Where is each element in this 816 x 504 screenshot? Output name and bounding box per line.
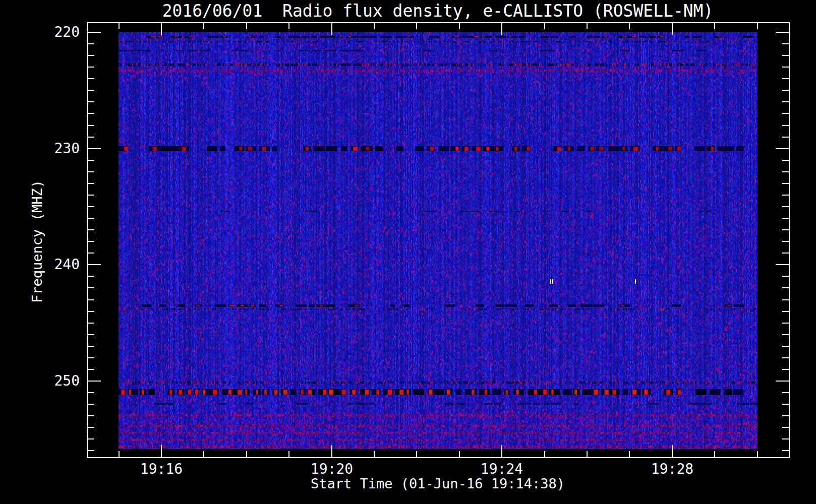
y-minor-tick (88, 369, 94, 370)
y-minor-tick-right (782, 78, 789, 79)
y-minor-tick (88, 67, 94, 68)
y-tick-label: 220 (20, 24, 80, 40)
spectrogram-page: 2016/06/01 Radio flux density, e-CALLIST… (0, 0, 816, 504)
x-major-tick (161, 445, 162, 457)
y-minor-tick (88, 299, 94, 300)
y-minor-tick (88, 43, 94, 44)
x-minor-tick (288, 451, 289, 457)
x-minor-tick (459, 451, 460, 457)
y-minor-tick (88, 276, 94, 277)
y-minor-tick-right (782, 438, 789, 439)
y-major-tick (88, 264, 101, 265)
y-minor-tick (88, 137, 94, 138)
y-minor-tick-right (782, 415, 789, 416)
y-minor-tick-right (782, 137, 789, 138)
y-minor-tick (88, 101, 94, 102)
y-minor-tick-right (782, 43, 789, 44)
y-minor-tick-right (782, 299, 789, 300)
x-minor-tick (246, 451, 247, 457)
y-minor-tick (88, 287, 94, 288)
y-minor-tick-right (782, 334, 789, 335)
y-minor-tick (88, 206, 94, 207)
y-major-tick (88, 32, 101, 33)
y-minor-tick-right (782, 195, 789, 196)
y-minor-tick-right (782, 90, 789, 91)
y-minor-tick (88, 113, 94, 114)
x-tick-label: 19:20 (289, 461, 375, 478)
y-minor-tick-right (782, 67, 789, 68)
x-tick-label: 19:28 (629, 461, 715, 478)
y-minor-tick (88, 125, 94, 126)
y-minor-tick (88, 415, 94, 416)
y-minor-tick (88, 55, 94, 56)
spectrogram-image (119, 32, 757, 449)
x-minor-tick-top (544, 23, 545, 29)
y-minor-tick (88, 160, 94, 161)
y-tick-label: 250 (20, 373, 80, 389)
x-minor-tick (374, 451, 375, 457)
y-minor-tick (88, 357, 94, 358)
x-minor-tick (119, 451, 120, 457)
y-minor-tick (88, 218, 94, 219)
y-minor-tick-right (782, 101, 789, 102)
y-minor-tick-right (782, 276, 789, 277)
x-major-tick-top (161, 23, 162, 35)
y-minor-tick-right (782, 369, 789, 370)
x-minor-tick (629, 451, 630, 457)
x-tick-label: 19:24 (459, 461, 545, 478)
y-minor-tick-right (782, 346, 789, 347)
x-major-tick (672, 445, 673, 457)
x-minor-tick (757, 451, 758, 457)
x-tick-label: 19:16 (119, 461, 204, 478)
y-major-tick (88, 148, 101, 149)
y-minor-tick (88, 346, 94, 347)
y-minor-tick-right (782, 427, 789, 428)
x-minor-tick-top (587, 23, 588, 29)
y-minor-tick (88, 183, 94, 184)
y-minor-tick (88, 450, 94, 451)
y-minor-tick (88, 334, 94, 335)
y-minor-tick (88, 392, 94, 393)
y-minor-tick (88, 229, 94, 230)
y-axis-label: Frequency (MHZ) (29, 141, 45, 342)
y-major-tick-right (776, 148, 789, 149)
chart-title: 2016/06/01 Radio flux density, e-CALLIST… (85, 1, 791, 21)
x-minor-tick (587, 451, 588, 457)
y-minor-tick-right (782, 160, 789, 161)
y-minor-tick-right (782, 229, 789, 230)
x-minor-tick-top (374, 23, 375, 29)
x-major-tick (331, 445, 332, 457)
x-major-tick-top (672, 23, 673, 35)
y-major-tick-right (776, 264, 789, 265)
x-minor-tick-top (246, 23, 247, 29)
y-minor-tick (88, 438, 94, 439)
y-minor-tick-right (782, 218, 789, 219)
y-minor-tick-right (782, 404, 789, 405)
y-minor-tick (88, 90, 94, 91)
y-minor-tick (88, 78, 94, 79)
y-minor-tick-right (782, 55, 789, 56)
y-major-tick-right (776, 381, 789, 382)
y-minor-tick-right (782, 206, 789, 207)
x-minor-tick-top (288, 23, 289, 29)
x-minor-tick-top (119, 23, 120, 29)
y-minor-tick-right (782, 113, 789, 114)
x-minor-tick-top (714, 23, 715, 29)
y-minor-tick-right (782, 241, 789, 242)
y-major-tick-right (776, 32, 789, 33)
y-minor-tick (88, 171, 94, 172)
y-minor-tick (88, 323, 94, 324)
y-minor-tick-right (782, 392, 789, 393)
y-minor-tick-right (782, 357, 789, 358)
x-major-tick (501, 445, 502, 457)
x-major-tick-top (331, 23, 332, 35)
y-minor-tick-right (782, 183, 789, 184)
y-minor-tick-right (782, 287, 789, 288)
x-major-tick-top (501, 23, 502, 35)
x-minor-tick-top (629, 23, 630, 29)
y-minor-tick (88, 253, 94, 254)
x-minor-tick (416, 451, 417, 457)
x-minor-tick-top (459, 23, 460, 29)
x-minor-tick-top (416, 23, 417, 29)
y-minor-tick (88, 404, 94, 405)
